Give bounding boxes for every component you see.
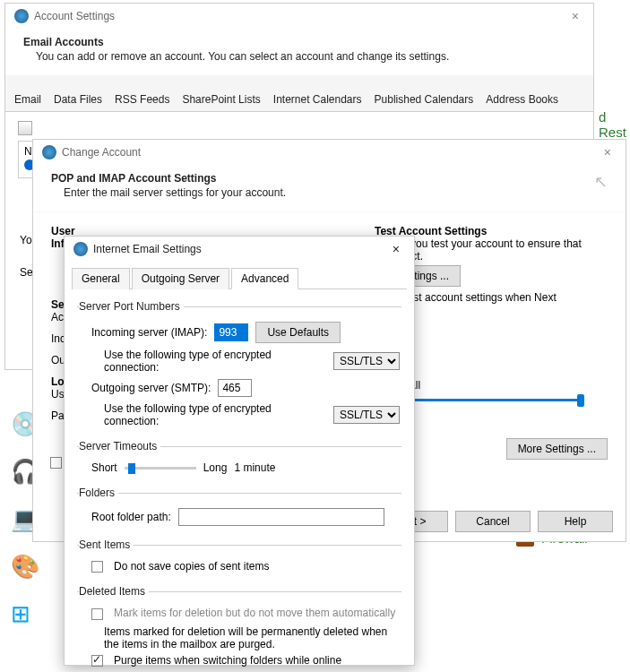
window-title: Change Account <box>62 146 141 159</box>
sent-items-legend: Sent Items <box>79 538 134 551</box>
email-accounts-heading: Email Accounts <box>23 36 575 48</box>
root-path-label: Root folder path: <box>91 511 171 523</box>
outgoing-port-input[interactable] <box>218 379 252 397</box>
account-tabs: Email Data Files RSS Feeds SharePoint Li… <box>5 88 593 112</box>
cursor-icon: ↖ <box>594 172 608 199</box>
slider-thumb[interactable] <box>577 394 584 407</box>
incoming-enc-label: Use the following type of encrypted conn… <box>104 349 326 374</box>
incoming-port-input[interactable] <box>214 323 248 341</box>
dialog-title: Internet Email Settings <box>93 243 202 255</box>
incoming-label: Incoming server (IMAP): <box>91 326 207 339</box>
tab-outgoing-server[interactable]: Outgoing Server <box>132 268 229 289</box>
outgoing-enc-select[interactable]: SSL/TLS <box>333 406 400 424</box>
tab-sharepoint[interactable]: SharePoint Lists <box>182 88 260 111</box>
tab-advanced[interactable]: Advanced <box>231 268 298 289</box>
close-icon[interactable]: × <box>566 9 584 23</box>
timeouts-legend: Server Timeouts <box>79 440 160 452</box>
sent-checkbox[interactable] <box>91 561 103 573</box>
mark-delete-checkbox[interactable] <box>91 608 103 620</box>
folders-legend: Folders <box>79 487 118 499</box>
outgoing-enc-label: Use the following type of encrypted conn… <box>104 402 326 427</box>
purge-label: Purge items when switching folders while… <box>114 654 341 667</box>
long-label: Long <box>203 461 228 474</box>
tab-email[interactable]: Email <box>14 88 41 111</box>
bg-restore-link[interactable]: d Rest <box>599 109 630 140</box>
purge-checkbox[interactable] <box>91 655 103 667</box>
email-accounts-desc: You can add or remove an account. You ca… <box>23 50 575 63</box>
root-path-input[interactable] <box>178 508 384 526</box>
port-numbers-legend: Server Port Numbers <box>79 300 184 313</box>
internet-email-settings-dialog: Internet Email Settings × General Outgoi… <box>64 236 415 666</box>
mark-delete-label: Mark items for deletion but do not move … <box>114 607 395 619</box>
cancel-button[interactable]: Cancel <box>455 511 531 532</box>
use-defaults-button[interactable]: Use Defaults <box>255 322 341 343</box>
deleted-items-legend: Deleted Items <box>79 585 149 598</box>
pop-imap-heading: POP and IMAP Account Settings <box>51 172 286 185</box>
pop-imap-desc: Enter the mail server settings for your … <box>51 186 286 199</box>
tab-published-cal[interactable]: Published Calendars <box>375 88 474 111</box>
timeout-value: 1 minute <box>234 461 275 474</box>
window-title: Account Settings <box>34 10 115 22</box>
sent-check-label: Do not save copies of sent items <box>114 560 269 573</box>
tab-rss[interactable]: RSS Feeds <box>115 88 169 111</box>
globe-icon <box>73 242 88 256</box>
incoming-enc-select[interactable]: SSL/TLS <box>333 352 400 370</box>
short-label: Short <box>91 461 117 474</box>
colors-icon[interactable]: 🎨 <box>11 553 39 581</box>
help-button[interactable]: Help <box>538 511 613 532</box>
delete-note: Items marked for deletion will be perman… <box>104 625 400 650</box>
more-settings-button[interactable]: More Settings ... <box>506 438 608 460</box>
globe-icon <box>42 145 56 159</box>
outgoing-label: Outgoing server (SMTP): <box>91 382 211 394</box>
tab-general[interactable]: General <box>72 268 130 289</box>
windows-icon[interactable]: ⊞ <box>11 600 39 628</box>
globe-icon <box>14 9 29 23</box>
unknown-checkbox[interactable] <box>50 457 62 469</box>
tab-data-files[interactable]: Data Files <box>54 88 102 111</box>
timeout-slider[interactable] <box>125 467 196 470</box>
close-icon[interactable]: × <box>387 242 405 256</box>
tab-internet-cal[interactable]: Internet Calendars <box>273 88 362 111</box>
tab-address-books[interactable]: Address Books <box>486 88 558 111</box>
close-icon[interactable]: × <box>599 145 617 159</box>
new-icon <box>18 121 32 135</box>
